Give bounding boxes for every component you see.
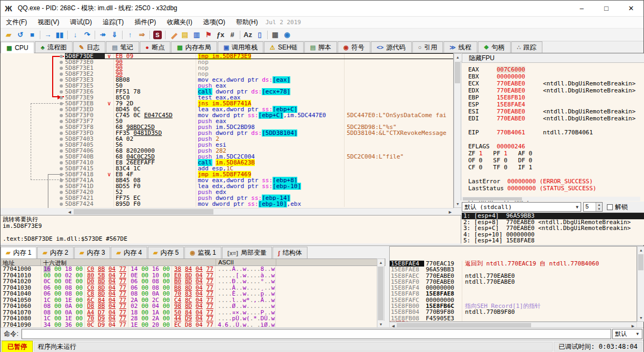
dump-vscrollbar[interactable]: ▲ ▼ (377, 258, 384, 328)
menu-item[interactable]: 文件(F) (1, 17, 32, 28)
bookmark-icon[interactable]: ▥ (191, 30, 203, 40)
pause-icon[interactable]: ▮▮ (54, 30, 66, 40)
tab-结构体[interactable]: ʃ结构体 (273, 247, 307, 258)
disasm-row[interactable]: 5D8F73E38B08mov ecx,dword ptr ds:[eax] (65, 77, 454, 83)
scroll-up-icon[interactable]: ▲ (454, 54, 461, 61)
disasm-row[interactable]: 5D8F74036A 02push 2 (65, 136, 454, 142)
command-input[interactable] (22, 329, 611, 339)
hide-fpu-button[interactable]: 隐藏FPU (462, 53, 644, 63)
tab-句柄[interactable]: ❖句柄 (478, 41, 511, 53)
calculator-icon[interactable]: ▦ (269, 30, 281, 40)
disasm-row[interactable]: 5D8F73DE∨EB 09jmp im.5D8F73E9 (65, 53, 454, 59)
tab-脚本[interactable]: ▤脚本 (304, 41, 337, 53)
attach-icon[interactable]: ⇒ (136, 30, 148, 40)
device-icon[interactable]: ▯ (254, 30, 266, 40)
step-into-icon[interactable]: ↓ (69, 30, 81, 40)
disasm-hscrollbar[interactable]: ◀ ▶ (66, 208, 454, 215)
memory-dump[interactable]: 7704100016 00 18 00C0 8B 04 7714 00 16 0… (1, 266, 377, 328)
struct-icon: ʃ (278, 250, 280, 256)
register-line (468, 171, 638, 178)
tab-内存 5[interactable]: ▰内存 5 (148, 247, 184, 258)
notes-icon: ▤ (112, 44, 117, 51)
disassembly-panel[interactable]: 5D8F73DE∨EB 09jmp im.5D8F73E95D8F73E090n… (1, 53, 454, 208)
font-icon[interactable]: Az (242, 30, 254, 40)
browser-icon[interactable]: ◉ (281, 30, 293, 40)
disassembly-margin (1, 53, 65, 208)
tab-笔记[interactable]: ▤笔记 (106, 41, 139, 53)
hash-icon[interactable]: # (226, 30, 238, 40)
references-icon: ○ (418, 44, 422, 51)
unlock-checkbox[interactable] (607, 204, 613, 210)
run-to-user-icon[interactable]: ↑ (124, 30, 136, 40)
registers-hscrollbar[interactable] (462, 197, 640, 201)
scroll-up-icon[interactable]: ▲ (377, 259, 384, 266)
scroll-down-icon[interactable]: ▼ (454, 200, 461, 207)
tab-调用堆栈[interactable]: ▣调用堆栈 (218, 41, 263, 53)
register-line: EBX 00000000 (468, 73, 638, 80)
stack-vscrollbar[interactable]: ▲ ▼ (637, 246, 644, 322)
tab-内存 2[interactable]: ▰内存 2 (37, 247, 73, 258)
disasm-vscrollbar[interactable]: ▲ ▼ (454, 53, 461, 208)
tab-CPU[interactable]: ▦CPU (1, 41, 34, 53)
tab-引用[interactable]: ○引用 (412, 41, 443, 53)
menu-item[interactable]: 插件(P) (129, 17, 161, 28)
tab-监视 1[interactable]: ◉监视 1 (184, 247, 221, 258)
favourite-icon[interactable]: ⚑ (203, 30, 214, 40)
stack-panel[interactable]: 15E8FAE4770EAC19返回到 ntdll.770EAC19 自 ntd… (389, 246, 637, 322)
tab-符号[interactable]: ◉符号 (338, 41, 370, 53)
tab-内存布局[interactable]: ▩内存布局 (171, 41, 217, 53)
tab-源代码[interactable]: <>源代码 (371, 41, 412, 53)
run-icon[interactable]: → (42, 30, 54, 40)
open-folder-icon[interactable]: ▰ (3, 30, 15, 40)
close-button[interactable]: ✕ (619, 1, 643, 16)
menu-item[interactable]: 调试(D) (65, 17, 97, 28)
stack-row[interactable]: 15E8FAE896A59BB3 (390, 267, 636, 272)
stack-row[interactable]: 15E8FB04770B9F80ntdll.770B9F80 (390, 309, 636, 315)
spin-up-icon[interactable]: ▲ (596, 203, 602, 207)
menu-item[interactable]: 选项(O) (198, 17, 231, 28)
tab-线程[interactable]: ≫线程 (443, 41, 477, 53)
step-over-icon[interactable]: ↷ (81, 30, 93, 40)
tab-内存 4[interactable]: ▰内存 4 (111, 247, 147, 258)
step-out-icon[interactable]: ⇓ (109, 30, 120, 40)
disasm-row[interactable]: 5D8F7424895D F0mov dword ptr ss:[ebp-10]… (65, 201, 454, 207)
disasm-row[interactable]: 5D8F741D8D55 F0lea edx,dword ptr ss:[ebp… (65, 183, 454, 189)
minimize-button[interactable]: – (569, 1, 594, 16)
register-line: EDX 770EABE0 <ntdll.DbgUiRemoteBreakin> (468, 87, 638, 94)
tab-流程图[interactable]: ♣流程图 (35, 41, 73, 53)
jump-taken-marker (105, 130, 113, 136)
disasm-row[interactable]: 5D8F73E090nop (65, 59, 454, 65)
settings-s-icon[interactable]: S (153, 31, 162, 39)
fx-icon[interactable]: ƒx (214, 30, 226, 40)
scroll-up-icon[interactable]: ▲ (638, 247, 644, 254)
call-arguments-list[interactable]: 1: [esp+4] 96A59BB32: [esp+8] 770EABE0 <… (462, 212, 644, 245)
menu-item[interactable]: 收藏夹(I) (161, 17, 197, 28)
spin-down-icon[interactable]: ▼ (596, 207, 602, 211)
command-mode-select[interactable]: 默认 ▼ (612, 329, 642, 339)
title-bar: Ж QQ.exe - PID: 268C - 模块: im.dll - 线程: … (1, 1, 643, 17)
debug-state-badge: 已暂停 (2, 341, 33, 352)
argument-row[interactable]: 5: [esp+14] 15E8FAE8 (462, 238, 644, 244)
dump-address: 77041080 (1, 315, 41, 322)
jump-taken-marker (105, 89, 113, 95)
tab-内存 3[interactable]: ▰内存 3 (74, 247, 110, 258)
disasm-row[interactable]: 5D8F73F0C745 0C E047C45Dmov dword ptr ss… (65, 112, 454, 118)
menu-item[interactable]: 帮助(H) (231, 17, 263, 28)
argument-row[interactable]: 1: [esp+4] 96A59BB3 (462, 213, 644, 219)
tab-跟踪[interactable]: ∴跟踪 (511, 41, 542, 53)
stop-icon[interactable]: ■ (26, 30, 38, 40)
restart-icon[interactable]: ↺ (15, 30, 26, 40)
disasm-row[interactable]: 5D8F73E190nop (65, 65, 454, 71)
menu-item[interactable]: 视图(V) (32, 17, 65, 28)
maximize-button[interactable]: □ (594, 1, 619, 16)
tab-日志[interactable]: ✎日志 (73, 41, 105, 53)
tab-SEH链[interactable]: ⚠SEH链 (264, 41, 304, 53)
scroll-down-icon[interactable]: ▼ (638, 314, 644, 321)
tab-局部变量[interactable]: [x=]局部变量 (222, 247, 272, 258)
execute-till-return-icon[interactable]: ↠ (97, 30, 109, 40)
menu-item[interactable]: 追踪(T) (97, 17, 129, 28)
calling-convention-select[interactable]: 默认 (stdcall) ▼ (462, 202, 581, 212)
tab-内存 1[interactable]: ▰内存 1 (1, 247, 37, 258)
arg-count-stepper[interactable]: 5 ▲▼ (583, 202, 603, 212)
tab-断点[interactable]: ●断点 (140, 41, 171, 53)
